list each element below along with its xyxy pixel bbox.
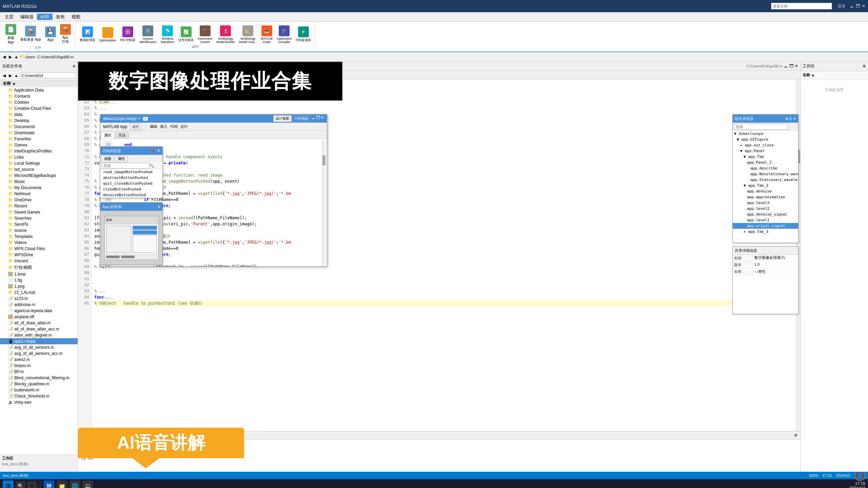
- ribbon-btn-data-processor[interactable]: 📊 数据处理器: [79, 26, 97, 43]
- tree-item-denoise-sig[interactable]: app.denoise_signal: [733, 211, 798, 217]
- path-folder[interactable]: C:\Users\614\gui06.m: [37, 55, 73, 59]
- list-item[interactable]: 📁 lsd_source: [0, 166, 78, 172]
- minimize-btn[interactable]: 🗕: [850, 4, 854, 8]
- autocomplete-close[interactable]: ✕: [157, 148, 160, 153]
- tree-list-icon[interactable]: ☰: [789, 117, 792, 121]
- list-item[interactable]: 📄 agaricus-lepiota.data: [0, 308, 78, 314]
- command-input[interactable]: [94, 456, 797, 461]
- maximize-btn[interactable]: 🗖: [856, 4, 860, 8]
- menu-app[interactable]: APP: [37, 14, 53, 20]
- tree-sort-icon[interactable]: ⊞: [785, 117, 788, 121]
- tree-item-level3[interactable]: app.level3: [733, 200, 798, 206]
- list-item[interactable]: 📁 Games: [0, 142, 78, 148]
- search-icon[interactable]: 🔍: [149, 163, 154, 168]
- tree-item-level1[interactable]: app.level1: [733, 217, 798, 223]
- prop-name-value[interactable]: [753, 255, 798, 261]
- list-item[interactable]: 📝 allan_with_degree.m: [0, 332, 78, 338]
- tree-item-tab3[interactable]: ▸ app.Tab_3: [733, 229, 798, 235]
- ribbon-btn-install[interactable]: 💾 App: [44, 26, 57, 42]
- btn-run[interactable]: 运行: [130, 123, 141, 130]
- tree-item-level2[interactable]: app.level2: [733, 206, 798, 211]
- file-col-header[interactable]: 名称 ▲: [0, 80, 78, 87]
- nav-up-icon[interactable]: ▲: [14, 54, 19, 60]
- tree-item-out-close[interactable]: ▸ app.out_close: [733, 142, 798, 148]
- editor-close[interactable]: ✕: [795, 64, 798, 68]
- list-item[interactable]: 📁 21_LALmat: [0, 289, 78, 296]
- list-item[interactable]: 📁 Application Data: [0, 87, 78, 93]
- list-item[interactable]: 📝 avg_of_all_sensors.m: [0, 344, 78, 350]
- ribbon-btn-optimization[interactable]: 🔧 Optimization: [98, 26, 118, 43]
- list-item[interactable]: 📝 all_of_draw_allan_acc.m: [0, 326, 78, 332]
- autocomplete-item-3[interactable]: quit_closeButtonPushed: [100, 181, 162, 186]
- popup-tab-add[interactable]: +: [143, 117, 148, 121]
- list-item[interactable]: 📁 Recent: [0, 203, 78, 209]
- ribbon-btn-matlab-coder[interactable]: 💻 MATLABCoder: [259, 25, 274, 44]
- list-item[interactable]: 📁 data: [0, 111, 78, 118]
- ribbon-btn-system-id[interactable]: ⚙️ SystemIdentification: [138, 25, 158, 44]
- list-item[interactable]: 📝 BP.m: [0, 369, 78, 375]
- autocomplete-pin[interactable]: 📌: [151, 148, 156, 153]
- list-item[interactable]: 📁 WPS Cloud Files: [0, 246, 78, 252]
- prop-version-value[interactable]: [753, 262, 798, 268]
- popup-tab-methods[interactable]: 方法: [115, 132, 129, 139]
- search-area[interactable]: [771, 3, 832, 9]
- popup-close[interactable]: ✕: [321, 115, 324, 122]
- app-preview-close[interactable]: ✕: [157, 205, 160, 209]
- tree-item-denoise[interactable]: app.denoise: [733, 188, 798, 194]
- list-item[interactable]: 📝 all_of_draw_allan.m: [0, 320, 78, 326]
- autocomplete-search-input[interactable]: [102, 163, 149, 169]
- taskbar-vscode[interactable]: 💻: [82, 481, 93, 488]
- popup-scrollbar-thumb[interactable]: [322, 155, 326, 165]
- start-button[interactable]: ⊞: [3, 481, 14, 488]
- search-input[interactable]: [771, 3, 832, 9]
- list-item[interactable]: 📁 Videos: [0, 240, 78, 246]
- list-item[interactable]: 🖼️ 1.bmp: [0, 271, 78, 277]
- nav-back-icon[interactable]: ◀: [1, 54, 7, 60]
- tree-item-approx[interactable]: app.approximation: [733, 194, 798, 200]
- list-item[interactable]: 📝 avg_of_all_sensors_acc.m: [0, 350, 78, 357]
- popup-scrollbar[interactable]: [322, 140, 326, 266]
- list-item[interactable]: 📝 addnoise.m: [0, 302, 78, 308]
- sidebar-options[interactable]: ⚙: [73, 64, 76, 68]
- sidebar-nav-up[interactable]: ▲: [14, 73, 19, 78]
- list-item[interactable]: 📁 MicrosoftEdgeBackups: [0, 172, 78, 179]
- autocomplete-item-4[interactable]: closeButtonPushed: [100, 186, 162, 192]
- list-item[interactable]: 📁 IntelGraphicsProfiles: [0, 148, 78, 154]
- close-btn[interactable]: ✕: [862, 4, 865, 8]
- list-item[interactable]: 📁 Searches: [0, 215, 78, 221]
- list-item[interactable]: 📝 axes2.m: [0, 357, 78, 363]
- ribbon-btn-wireless-waveform[interactable]: 📡 WirelessWaveform: [159, 25, 176, 44]
- component-search-input[interactable]: [734, 124, 788, 130]
- btn-functions[interactable]: 函数: [102, 155, 114, 162]
- tree-item-tab[interactable]: ▼ app.Tab: [733, 154, 798, 160]
- list-item[interactable]: 📁 WPSDrive: [0, 252, 78, 258]
- popup-maximize[interactable]: 🗖: [316, 115, 320, 122]
- ribbon-btn-get-more[interactable]: 📦 获取更多 App: [19, 25, 42, 43]
- list-item[interactable]: 🔊 chirp.wav: [0, 399, 78, 405]
- list-item[interactable]: 📝 beiyes.m: [0, 363, 78, 369]
- list-item[interactable]: 📁 Templates: [0, 233, 78, 240]
- menu-publish[interactable]: 发布: [53, 13, 68, 21]
- editor-maximize[interactable]: 🗖: [789, 64, 793, 68]
- ribbon-btn-simbiology-anal[interactable]: 📐 SimBiologyModel Anal...: [238, 25, 258, 44]
- insert-menu[interactable]: 插入: [160, 124, 167, 129]
- taskbar-explorer[interactable]: 📁: [57, 481, 67, 488]
- list-item[interactable]: 🖼️ 1.png: [0, 283, 78, 289]
- nav-forward-icon[interactable]: ▶: [7, 54, 13, 60]
- tree-item-panel2[interactable]: app.Panel_2: [733, 160, 798, 165]
- list-item[interactable]: 📁 #recent: [0, 258, 78, 264]
- list-item[interactable]: 📁 Downloads: [0, 130, 78, 136]
- tree-item-stat[interactable]: app.Stationary_wavelet: [733, 177, 798, 183]
- list-item[interactable]: 📁 SendTo: [0, 221, 78, 227]
- command-options[interactable]: ⚙: [794, 433, 797, 438]
- list-item[interactable]: 📁 Links: [0, 154, 78, 160]
- command-content[interactable]: >> guide 警告: 以后的版本中将不再提供 GUIDE。请改用 APPDE…: [78, 440, 800, 472]
- prop-version-input[interactable]: [754, 262, 797, 266]
- menu-editor[interactable]: 编辑器: [17, 13, 37, 21]
- autocomplete-item-5[interactable]: denoiseButtonPushed: [100, 192, 162, 198]
- taskbar-view[interactable]: ⊟: [27, 481, 37, 488]
- path-users[interactable]: Users: [25, 55, 35, 59]
- run-menu[interactable]: 运行: [180, 124, 188, 129]
- list-item[interactable]: 📝 butterworth.m: [0, 387, 78, 393]
- sidebar-nav-back[interactable]: ◀: [1, 73, 7, 78]
